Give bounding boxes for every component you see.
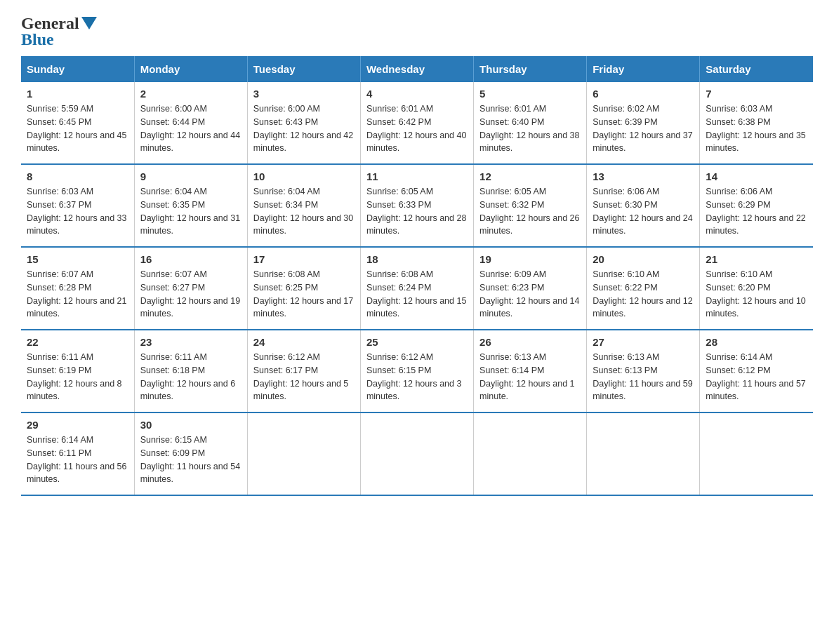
sunset-label: Sunset: 6:33 PM [366, 200, 431, 210]
day-number: 17 [253, 253, 355, 265]
daylight-label: Daylight: 12 hours and 42 minutes. [253, 130, 353, 154]
sunrise-label: Sunrise: 6:04 AM [140, 187, 207, 196]
daylight-label: Daylight: 12 hours and 38 minutes. [479, 130, 579, 154]
calendar-cell: 13 Sunrise: 6:06 AM Sunset: 6:30 PM Dayl… [587, 164, 700, 247]
sunset-label: Sunset: 6:14 PM [479, 365, 544, 375]
day-number: 25 [366, 336, 468, 348]
daylight-label: Daylight: 11 hours and 56 minutes. [27, 462, 126, 485]
sunset-label: Sunset: 6:35 PM [140, 200, 205, 210]
day-info: Sunrise: 6:02 AM Sunset: 6:39 PM Dayligh… [593, 102, 694, 155]
sunrise-label: Sunrise: 6:13 AM [479, 352, 546, 362]
day-info: Sunrise: 6:08 AM Sunset: 6:24 PM Dayligh… [366, 268, 468, 321]
day-number: 22 [27, 336, 128, 348]
sunset-label: Sunset: 6:45 PM [27, 117, 91, 127]
day-info: Sunrise: 6:06 AM Sunset: 6:29 PM Dayligh… [706, 185, 807, 238]
calendar-table: SundayMondayTuesdayWednesdayThursdayFrid… [21, 56, 813, 496]
sunset-label: Sunset: 6:13 PM [593, 365, 657, 375]
sunset-label: Sunset: 6:22 PM [593, 283, 657, 293]
day-number: 19 [479, 253, 581, 265]
calendar-cell: 8 Sunrise: 6:03 AM Sunset: 6:37 PM Dayli… [21, 164, 134, 247]
column-header-sunday: Sunday [21, 56, 134, 82]
sunset-label: Sunset: 6:27 PM [140, 283, 205, 293]
calendar-week-row: 1 Sunrise: 5:59 AM Sunset: 6:45 PM Dayli… [21, 82, 813, 164]
sunrise-label: Sunrise: 6:07 AM [27, 269, 93, 279]
day-info: Sunrise: 6:11 AM Sunset: 6:19 PM Dayligh… [27, 351, 128, 403]
calendar-cell: 3 Sunrise: 6:00 AM Sunset: 6:43 PM Dayli… [247, 82, 360, 164]
daylight-label: Daylight: 12 hours and 6 minutes. [140, 379, 236, 402]
calendar-week-row: 22 Sunrise: 6:11 AM Sunset: 6:19 PM Dayl… [21, 330, 813, 412]
sunset-label: Sunset: 6:29 PM [706, 200, 770, 210]
day-info: Sunrise: 6:04 AM Sunset: 6:35 PM Dayligh… [140, 185, 241, 238]
day-info: Sunrise: 6:03 AM Sunset: 6:37 PM Dayligh… [27, 185, 128, 238]
sunset-label: Sunset: 6:38 PM [706, 117, 770, 127]
sunrise-label: Sunrise: 6:08 AM [253, 269, 320, 279]
logo: General Blue [21, 14, 97, 49]
sunrise-label: Sunrise: 6:03 AM [27, 187, 93, 196]
calendar-cell: 12 Sunrise: 6:05 AM Sunset: 6:32 PM Dayl… [474, 164, 587, 247]
day-info: Sunrise: 6:01 AM Sunset: 6:40 PM Dayligh… [479, 102, 581, 155]
day-info: Sunrise: 6:05 AM Sunset: 6:33 PM Dayligh… [366, 185, 468, 238]
daylight-label: Daylight: 11 hours and 54 minutes. [140, 462, 240, 485]
calendar-cell: 17 Sunrise: 6:08 AM Sunset: 6:25 PM Dayl… [247, 247, 360, 330]
calendar-cell: 10 Sunrise: 6:04 AM Sunset: 6:34 PM Dayl… [247, 164, 360, 247]
sunrise-label: Sunrise: 6:14 AM [27, 435, 93, 445]
daylight-label: Daylight: 12 hours and 12 minutes. [593, 296, 692, 319]
daylight-label: Daylight: 12 hours and 22 minutes. [706, 213, 805, 236]
daylight-label: Daylight: 12 hours and 8 minutes. [27, 379, 122, 402]
day-number: 14 [706, 170, 807, 182]
calendar-week-row: 29 Sunrise: 6:14 AM Sunset: 6:11 PM Dayl… [21, 412, 813, 495]
calendar-cell: 6 Sunrise: 6:02 AM Sunset: 6:39 PM Dayli… [587, 82, 700, 164]
day-number: 2 [140, 88, 241, 100]
sunrise-label: Sunrise: 6:13 AM [593, 352, 659, 362]
sunset-label: Sunset: 6:19 PM [27, 365, 91, 375]
day-info: Sunrise: 6:00 AM Sunset: 6:43 PM Dayligh… [253, 102, 355, 155]
calendar-cell: 19 Sunrise: 6:09 AM Sunset: 6:23 PM Dayl… [474, 247, 587, 330]
daylight-label: Daylight: 12 hours and 15 minutes. [366, 296, 466, 319]
day-number: 15 [27, 253, 128, 265]
sunrise-label: Sunrise: 6:08 AM [366, 269, 433, 279]
sunrise-label: Sunrise: 6:15 AM [140, 435, 207, 445]
day-number: 13 [593, 170, 694, 182]
day-info: Sunrise: 6:14 AM Sunset: 6:12 PM Dayligh… [706, 351, 807, 403]
day-number: 9 [140, 170, 241, 182]
calendar-body: 1 Sunrise: 5:59 AM Sunset: 6:45 PM Dayli… [21, 82, 813, 495]
daylight-label: Daylight: 12 hours and 33 minutes. [27, 213, 126, 236]
daylight-label: Daylight: 12 hours and 21 minutes. [27, 296, 126, 319]
sunset-label: Sunset: 6:28 PM [27, 283, 91, 293]
day-info: Sunrise: 6:00 AM Sunset: 6:44 PM Dayligh… [140, 102, 241, 155]
sunset-label: Sunset: 6:40 PM [479, 117, 544, 127]
day-info: Sunrise: 6:15 AM Sunset: 6:09 PM Dayligh… [140, 434, 241, 486]
calendar-cell: 25 Sunrise: 6:12 AM Sunset: 6:15 PM Dayl… [360, 330, 473, 412]
column-header-wednesday: Wednesday [360, 56, 473, 82]
day-number: 10 [253, 170, 355, 182]
sunset-label: Sunset: 6:20 PM [706, 283, 770, 293]
sunrise-label: Sunrise: 6:01 AM [366, 104, 433, 114]
sunset-label: Sunset: 6:43 PM [253, 117, 318, 127]
day-number: 23 [140, 336, 241, 348]
calendar-cell [247, 412, 360, 495]
sunrise-label: Sunrise: 6:07 AM [140, 269, 207, 279]
sunset-label: Sunset: 6:23 PM [479, 283, 544, 293]
calendar-cell [700, 412, 813, 495]
logo-blue-text: Blue [21, 30, 97, 49]
column-header-friday: Friday [587, 56, 700, 82]
day-number: 3 [253, 88, 355, 100]
calendar-cell: 24 Sunrise: 6:12 AM Sunset: 6:17 PM Dayl… [247, 330, 360, 412]
daylight-label: Daylight: 12 hours and 40 minutes. [366, 130, 466, 154]
day-info: Sunrise: 6:14 AM Sunset: 6:11 PM Dayligh… [27, 434, 128, 486]
sunrise-label: Sunrise: 6:11 AM [140, 352, 207, 362]
sunset-label: Sunset: 6:42 PM [366, 117, 431, 127]
day-number: 11 [366, 170, 468, 182]
daylight-label: Daylight: 12 hours and 30 minutes. [253, 213, 353, 236]
day-info: Sunrise: 6:13 AM Sunset: 6:14 PM Dayligh… [479, 351, 581, 403]
sunrise-label: Sunrise: 6:12 AM [366, 352, 433, 362]
calendar-cell [587, 412, 700, 495]
sunrise-label: Sunrise: 6:05 AM [479, 187, 546, 196]
day-info: Sunrise: 5:59 AM Sunset: 6:45 PM Dayligh… [27, 102, 128, 155]
sunrise-label: Sunrise: 6:12 AM [253, 352, 320, 362]
column-header-tuesday: Tuesday [247, 56, 360, 82]
day-number: 6 [593, 88, 694, 100]
day-number: 29 [27, 419, 128, 431]
column-header-monday: Monday [134, 56, 247, 82]
day-number: 16 [140, 253, 241, 265]
